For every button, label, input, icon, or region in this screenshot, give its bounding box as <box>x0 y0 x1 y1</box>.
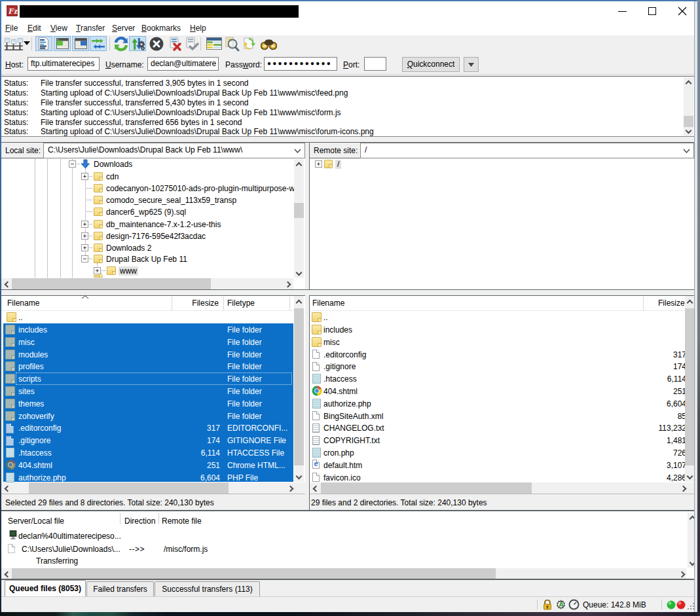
svg-text:Fz: Fz <box>8 6 18 16</box>
svg-text:A: A <box>559 601 563 608</box>
